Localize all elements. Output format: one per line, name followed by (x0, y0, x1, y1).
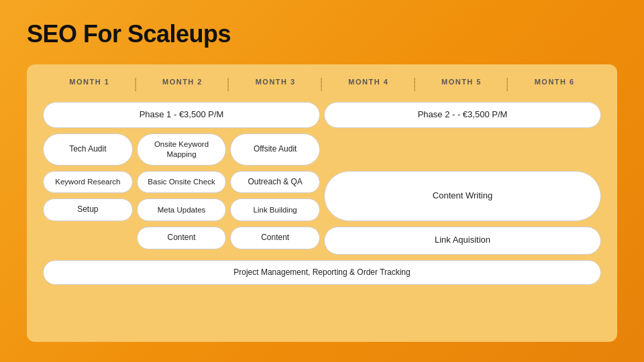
main-card: MONTH 1 MONTH 2 MONTH 3 MONTH 4 MONTH 5 … (27, 64, 617, 342)
phase-1-banner: Phase 1 - €3,500 P/M (43, 102, 320, 128)
tech-audit-pill: Tech Audit (43, 133, 133, 166)
keyword-research-pill: Keyword Research (43, 171, 133, 194)
link-building-pill: Link Building (230, 198, 320, 221)
offsite-audit-pill: Offsite Audit (230, 133, 320, 166)
setup-pill: Setup (43, 198, 133, 221)
page-title: SEO For Scaleups (27, 20, 617, 48)
phase-2-banner: Phase 2 - - €3,500 P/M (324, 102, 601, 128)
onsite-keyword-mapping-pill: Onsite Keyword Mapping (137, 133, 227, 166)
content-1-pill: Content (137, 227, 227, 249)
month-5-label: MONTH 5 (415, 78, 508, 91)
month-6-label: MONTH 6 (508, 78, 601, 91)
months-row: MONTH 1 MONTH 2 MONTH 3 MONTH 4 MONTH 5 … (43, 78, 601, 91)
content-writing-pill: Content Writing (324, 171, 601, 221)
month-1-label: MONTH 1 (43, 78, 136, 91)
month-3-label: MONTH 3 (229, 78, 322, 91)
content-2-pill: Content (230, 227, 320, 249)
month-2-label: MONTH 2 (136, 78, 229, 91)
content-area: Phase 1 - €3,500 P/M Phase 2 - - €3,500 … (43, 102, 601, 330)
month-4-label: MONTH 4 (322, 78, 415, 91)
basic-onsite-check-pill: Basic Onsite Check (137, 171, 227, 194)
outreach-qa-pill: Outreach & QA (230, 171, 320, 194)
link-acquisition-pill: Link Aquisition (324, 227, 601, 255)
project-mgmt-pill: Project Management, Reporting & Order Tr… (43, 260, 601, 286)
meta-updates-pill: Meta Updates (137, 198, 227, 221)
